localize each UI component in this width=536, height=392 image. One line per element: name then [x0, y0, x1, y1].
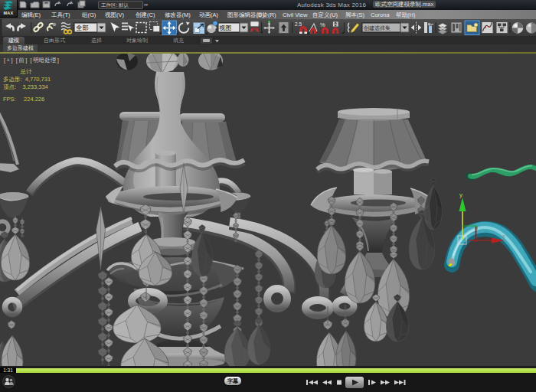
svg-text:y: y: [459, 191, 462, 198]
svg-text:创建选择集: 创建选择集: [364, 25, 391, 31]
svg-text:视图: 视图: [219, 24, 232, 31]
svg-text:2.5: 2.5: [295, 21, 302, 27]
svg-text:全部: 全部: [77, 24, 89, 31]
svg-text:x: x: [502, 234, 505, 239]
